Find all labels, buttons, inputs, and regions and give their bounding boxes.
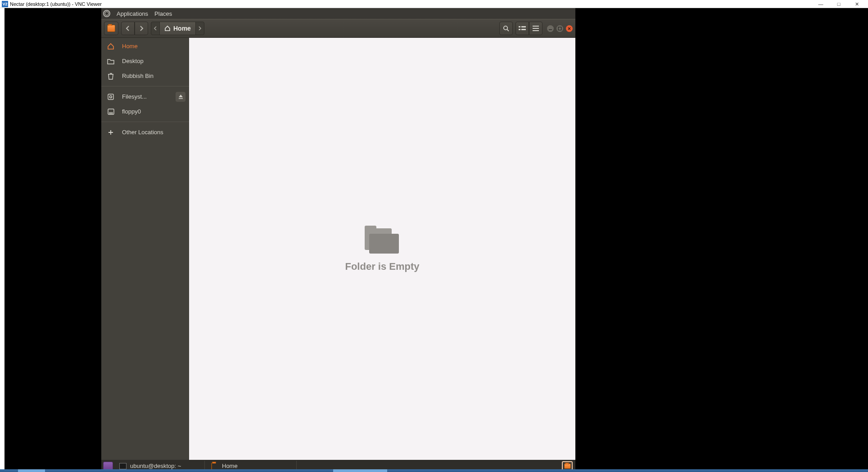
menu-places[interactable]: Places (154, 10, 172, 17)
host-close-button[interactable]: ✕ (854, 1, 860, 7)
sidebar-item-other-locations[interactable]: Other Locations (101, 122, 189, 140)
files-app-icon[interactable] (104, 22, 118, 35)
task-label: Home (222, 463, 238, 469)
host-window-title: Nectar (desktop:1 (ubuntu)) - VNC Viewer (10, 1, 102, 7)
window-maximize-button[interactable] (556, 25, 563, 32)
path-bar: Home (151, 22, 204, 35)
eject-button[interactable] (176, 92, 185, 102)
svg-rect-10 (549, 29, 552, 30)
host-minimize-button[interactable]: — (818, 1, 824, 7)
files-toolbar: Home (101, 19, 575, 38)
task-label: ubuntu@desktop: ~ (130, 463, 181, 469)
path-prev-button[interactable] (151, 26, 159, 31)
terminal-icon (119, 463, 127, 469)
hamburger-menu-button[interactable] (529, 22, 542, 35)
svg-rect-12 (108, 94, 113, 100)
disk-icon (107, 93, 115, 100)
breadcrumb-home[interactable]: Home (159, 22, 196, 35)
sidebar-item-label: floppy0 (122, 108, 141, 115)
svg-point-1 (503, 26, 507, 29)
plus-icon (107, 129, 115, 136)
floppy-icon (107, 109, 115, 115)
window-minimize-button[interactable] (547, 25, 554, 32)
menu-applications[interactable]: Applications (117, 10, 148, 17)
sidebar-item-label: Other Locations (122, 129, 163, 136)
sidebar-item-label: Home (122, 43, 138, 50)
view-toggle-button[interactable] (515, 22, 529, 35)
trash-icon (107, 73, 115, 80)
sidebar-item-filesystem[interactable]: Filesyst... (101, 86, 189, 104)
window-controls (547, 25, 573, 32)
folder-content-area[interactable]: Folder is Empty (189, 38, 575, 460)
nav-back-button[interactable] (121, 22, 135, 35)
svg-point-13 (110, 95, 112, 98)
sidebar-item-rubbish-bin[interactable]: Rubbish Bin (101, 68, 189, 83)
svg-rect-4 (521, 26, 526, 27)
svg-rect-5 (519, 29, 520, 30)
svg-line-2 (507, 29, 509, 31)
svg-rect-3 (519, 26, 520, 27)
sidebar-item-label: Filesyst... (122, 93, 147, 100)
folder-icon (107, 58, 115, 64)
path-next-button[interactable] (196, 26, 204, 31)
host-taskbar (0, 469, 868, 472)
host-maximize-button[interactable]: □ (836, 1, 842, 7)
sidebar-item-floppy0[interactable]: floppy0 (101, 104, 189, 119)
view-menu-group (515, 22, 542, 35)
svg-rect-9 (533, 30, 539, 31)
sidebar-item-label: Desktop (122, 58, 144, 64)
search-button[interactable] (499, 22, 513, 35)
sidebar-item-desktop[interactable]: Desktop (101, 54, 189, 68)
svg-point-0 (105, 12, 108, 15)
nav-forward-button[interactable] (135, 22, 148, 35)
svg-rect-6 (521, 29, 526, 30)
sidebar-item-label: Rubbish Bin (122, 73, 154, 79)
vnc-viewport: Applications Places (0, 8, 868, 472)
svg-rect-7 (533, 26, 539, 27)
gnome-top-panel: Applications Places (101, 8, 575, 19)
places-sidebar: Home Desktop Rubbish Bin (101, 38, 189, 460)
activities-icon[interactable] (103, 10, 110, 17)
files-body: Home Desktop Rubbish Bin (101, 38, 575, 460)
remote-desktop: Applications Places (101, 8, 575, 472)
svg-rect-8 (533, 28, 539, 29)
window-close-button[interactable] (566, 25, 573, 32)
empty-folder-message: Folder is Empty (345, 261, 419, 272)
svg-rect-11 (558, 27, 561, 30)
files-icon (211, 463, 218, 469)
vnc-app-icon: V2 (2, 1, 8, 7)
sidebar-item-home[interactable]: Home (101, 39, 189, 54)
home-icon (164, 25, 171, 32)
nav-back-forward-group (121, 22, 148, 35)
empty-folder-icon (365, 226, 400, 254)
host-window-titlebar: V2 Nectar (desktop:1 (ubuntu)) - VNC Vie… (0, 0, 868, 8)
breadcrumb-home-label: Home (173, 25, 191, 32)
home-icon (107, 43, 115, 50)
svg-rect-15 (109, 112, 113, 114)
left-gutter (0, 8, 5, 472)
